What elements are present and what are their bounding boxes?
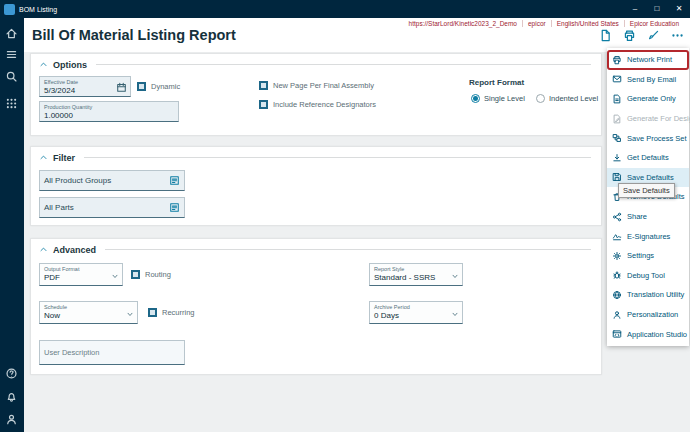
sidebar-bottom-group bbox=[5, 367, 19, 427]
locale-link[interactable]: English/United States bbox=[551, 20, 624, 27]
menu-item-label: Settings bbox=[627, 251, 654, 260]
menu-item-label: Network Print bbox=[627, 55, 672, 64]
download-icon bbox=[612, 153, 622, 163]
sidebar-search-button[interactable] bbox=[5, 70, 19, 84]
environment-link[interactable]: https://StarLord/Kinetic2023_2_Demo bbox=[404, 20, 522, 27]
chevron-up-icon bbox=[39, 153, 48, 162]
single-level-radio[interactable] bbox=[471, 94, 480, 103]
sidebar-user-button[interactable] bbox=[5, 413, 19, 427]
menu-item-generate-only[interactable]: Generate Only bbox=[607, 89, 689, 109]
person-icon bbox=[612, 310, 622, 320]
advanced-panel: Advanced Output Format PDF Routing Repor… bbox=[30, 238, 602, 375]
effective-date-field[interactable]: Effective Date 5/3/2024 bbox=[39, 76, 131, 97]
sidebar-notifications-button[interactable] bbox=[5, 390, 19, 404]
menu-item-label: Generate Only bbox=[627, 94, 676, 103]
options-panel-title: Options bbox=[53, 60, 87, 70]
sidebar-apps-button[interactable] bbox=[5, 97, 19, 111]
product-groups-browse-button[interactable] bbox=[169, 175, 180, 186]
print-button[interactable] bbox=[623, 29, 636, 42]
menu-item-save-process-set[interactable]: Save Process Set bbox=[607, 128, 689, 148]
education-link[interactable]: Epicor Education bbox=[624, 20, 684, 27]
page-title: Bill Of Material Listing Report bbox=[32, 27, 236, 43]
effective-date-value: 5/3/2024 bbox=[44, 86, 126, 96]
menu-item-e-signatures[interactable]: E-Signatures bbox=[607, 226, 689, 246]
menu-item-get-defaults[interactable]: Get Defaults bbox=[607, 148, 689, 168]
sidebar-home-button[interactable] bbox=[5, 27, 19, 41]
archive-period-label: Archive Period bbox=[374, 304, 448, 311]
sidebar-help-button[interactable] bbox=[5, 367, 19, 381]
output-format-label: Output Format bbox=[44, 266, 108, 273]
share-icon bbox=[612, 212, 622, 222]
filter-panel-title: Filter bbox=[53, 153, 75, 163]
report-style-select[interactable]: Report Style Standard - SSRS bbox=[369, 263, 463, 286]
schedule-select[interactable]: Schedule Now bbox=[39, 301, 138, 324]
menu-item-label: Save Defaults bbox=[627, 173, 674, 182]
calendar-icon bbox=[116, 82, 127, 93]
browse-list-icon bbox=[169, 202, 180, 213]
menu-item-personalization[interactable]: Personalization bbox=[607, 305, 689, 325]
parts-browse-button[interactable] bbox=[169, 202, 180, 213]
schedule-value: Now bbox=[44, 311, 123, 321]
routing-checkbox[interactable] bbox=[131, 270, 140, 279]
menu-item-label: Debug Tool bbox=[627, 271, 665, 280]
filter-panel-header: Filter bbox=[39, 152, 591, 163]
bell-icon bbox=[5, 390, 18, 403]
archive-period-select[interactable]: Archive Period 0 Days bbox=[369, 301, 463, 324]
brush-icon bbox=[647, 29, 660, 42]
routing-label: Routing bbox=[145, 270, 171, 279]
user-description-field[interactable]: User Description bbox=[39, 340, 185, 365]
single-level-radio-row: Single Level bbox=[471, 94, 525, 103]
print-preview-button[interactable] bbox=[599, 29, 612, 42]
search-icon bbox=[5, 70, 18, 83]
account-link[interactable]: epicor bbox=[522, 20, 551, 27]
include-reference-designators-checkbox[interactable] bbox=[259, 100, 268, 109]
new-page-checkbox-row: New Page Per Final Assembly bbox=[259, 81, 374, 90]
divider bbox=[96, 64, 591, 65]
environment-bar: https://StarLord/Kinetic2023_2_Demo epic… bbox=[404, 20, 684, 27]
menu-item-network-print[interactable]: Network Print bbox=[607, 50, 689, 70]
document-icon bbox=[612, 94, 622, 104]
output-format-select[interactable]: Output Format PDF bbox=[39, 263, 123, 286]
filter-collapse-button[interactable] bbox=[39, 153, 48, 162]
menu-item-label: E-Signatures bbox=[627, 232, 670, 241]
advanced-collapse-button[interactable] bbox=[39, 245, 48, 254]
parts-field[interactable]: All Parts bbox=[39, 197, 185, 218]
design-tools-button[interactable] bbox=[647, 29, 660, 42]
menu-item-debug-tool[interactable]: Debug Tool bbox=[607, 266, 689, 286]
preview-document-icon bbox=[599, 29, 612, 42]
close-button[interactable]: ✕ bbox=[668, 0, 690, 18]
window-controls: – □ ✕ bbox=[624, 0, 690, 18]
menu-item-settings[interactable]: Settings bbox=[607, 246, 689, 266]
sidebar-menu-button[interactable] bbox=[5, 48, 19, 62]
calendar-button[interactable] bbox=[116, 82, 127, 93]
menu-item-generate-for-design[interactable]: Generate For Design bbox=[607, 109, 689, 129]
indented-level-radio[interactable] bbox=[536, 94, 545, 103]
menu-item-label: Send By Email bbox=[627, 75, 676, 84]
menu-item-send-by-email[interactable]: Send By Email bbox=[607, 70, 689, 90]
indented-level-label: Indented Level bbox=[549, 94, 598, 103]
dynamic-checkbox[interactable] bbox=[137, 82, 146, 91]
overflow-menu-button[interactable] bbox=[671, 29, 684, 42]
chevron-down-icon bbox=[451, 310, 459, 318]
maximize-button[interactable]: □ bbox=[646, 0, 668, 18]
production-quantity-field[interactable]: Production Quantity 1.00000 bbox=[39, 101, 179, 122]
chevron-up-icon bbox=[39, 245, 48, 254]
menu-item-label: Share bbox=[627, 212, 647, 221]
gear-icon bbox=[612, 251, 622, 261]
product-groups-field[interactable]: All Product Groups bbox=[39, 170, 185, 191]
parts-value: All Parts bbox=[44, 203, 74, 212]
menu-item-application-studio[interactable]: Application Studio bbox=[607, 324, 689, 344]
chevron-down-icon bbox=[126, 310, 134, 318]
menu-item-share[interactable]: Share bbox=[607, 207, 689, 227]
new-page-per-final-assembly-checkbox[interactable] bbox=[259, 81, 268, 90]
indented-level-radio-row: Indented Level bbox=[536, 94, 598, 103]
include-reference-designators-label: Include Reference Designators bbox=[273, 100, 376, 109]
advanced-panel-title: Advanced bbox=[53, 245, 96, 255]
recurring-checkbox[interactable] bbox=[148, 308, 157, 317]
minimize-button[interactable]: – bbox=[624, 0, 646, 18]
browse-list-icon bbox=[169, 175, 180, 186]
email-icon bbox=[612, 74, 622, 84]
options-collapse-button[interactable] bbox=[39, 60, 48, 69]
menu-item-translation-utility[interactable]: Translation Utility bbox=[607, 285, 689, 305]
menu-item-label: Get Defaults bbox=[627, 153, 669, 162]
